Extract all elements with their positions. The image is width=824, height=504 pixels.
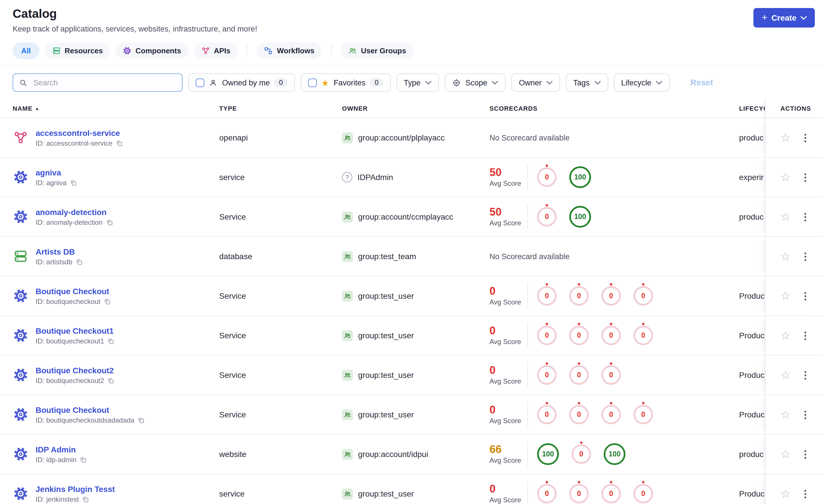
column-header-scorecards[interactable]: SCORECARDS: [490, 105, 739, 112]
entity-name-link[interactable]: Boutique Checkout: [35, 286, 111, 295]
entity-name-link[interactable]: anomaly-detection: [35, 207, 113, 217]
favorites-filter[interactable]: ★ Favorites 0: [301, 74, 391, 92]
favorite-star-icon[interactable]: ☆: [781, 171, 791, 183]
column-header-lifecycle[interactable]: LIFECYC: [739, 105, 765, 112]
kebab-menu-icon[interactable]: ⋮: [801, 410, 810, 419]
tags-dropdown[interactable]: Tags: [566, 74, 608, 92]
no-scorecard-text: No Scorecard available: [490, 133, 570, 142]
scorecard-badge[interactable]: 0: [601, 365, 621, 385]
owned-by-me-checkbox[interactable]: [196, 78, 204, 87]
scorecard-badge-value: 0: [577, 332, 581, 340]
copy-icon[interactable]: [70, 179, 77, 186]
scorecard-badge[interactable]: 0: [537, 207, 556, 227]
copy-icon[interactable]: [104, 298, 111, 305]
scorecard-badge[interactable]: 0: [633, 326, 653, 345]
scorecard-badge[interactable]: 0: [537, 484, 556, 503]
owner-dropdown[interactable]: Owner: [511, 74, 560, 92]
favorite-star-icon[interactable]: ☆: [781, 369, 791, 381]
kebab-menu-icon[interactable]: ⋮: [801, 291, 810, 301]
favorite-star-icon[interactable]: ☆: [781, 449, 791, 460]
scorecard-badge[interactable]: 100: [604, 443, 625, 465]
search-box[interactable]: [13, 74, 183, 92]
table-row: agniva ID: agniva service ? IDPAdmin 50A…: [0, 158, 824, 197]
scorecard-badge[interactable]: 0: [537, 365, 556, 385]
tab-user-groups[interactable]: User Groups: [341, 42, 414, 59]
entity-name-link[interactable]: accesscontrol-service: [35, 128, 123, 137]
tab-all[interactable]: All: [13, 42, 39, 59]
avg-score-value: 50: [490, 206, 525, 218]
tab-resources[interactable]: Resources: [44, 42, 110, 59]
favorite-star-icon[interactable]: ☆: [781, 290, 791, 301]
create-button[interactable]: + Create: [754, 8, 815, 27]
entity-name-link[interactable]: Boutique Checkout2: [35, 366, 114, 375]
entity-name-link[interactable]: Jenkins Plugin Tesst: [35, 484, 115, 493]
favorite-star-icon[interactable]: ☆: [781, 409, 791, 420]
entity-name-link[interactable]: Artists DB: [35, 247, 83, 256]
type-dropdown[interactable]: Type: [396, 74, 439, 92]
copy-icon[interactable]: [76, 258, 83, 265]
tab-workflows[interactable]: Workflows: [257, 42, 322, 59]
kebab-menu-icon[interactable]: ⋮: [801, 133, 810, 142]
scorecard-badge[interactable]: 0: [569, 326, 589, 345]
copy-icon[interactable]: [82, 496, 89, 503]
scorecard-badge[interactable]: 100: [569, 206, 591, 228]
tab-apis[interactable]: APIs: [194, 42, 238, 59]
scorecard-badge-value: 0: [641, 410, 645, 418]
scorecard-badge[interactable]: 0: [537, 286, 556, 305]
entity-name-link[interactable]: IDP Admin: [35, 445, 87, 454]
name-block: anomaly-detection ID: anomaly-detection: [35, 207, 113, 226]
kebab-menu-icon[interactable]: ⋮: [801, 172, 810, 182]
favorite-star-icon[interactable]: ☆: [781, 488, 791, 499]
scorecard-badge[interactable]: 0: [601, 326, 621, 345]
scorecard-badge[interactable]: 100: [569, 166, 591, 188]
kebab-menu-icon[interactable]: ⋮: [801, 212, 810, 222]
scorecard-badge[interactable]: 0: [601, 286, 621, 305]
copy-icon[interactable]: [108, 338, 114, 344]
scorecard-badge[interactable]: 0: [537, 405, 556, 424]
kebab-menu-icon[interactable]: ⋮: [801, 449, 810, 459]
scorecard-badge[interactable]: 0: [633, 484, 653, 503]
column-header-type[interactable]: TYPE: [219, 105, 342, 112]
favorites-checkbox[interactable]: [308, 78, 317, 87]
entity-name-link[interactable]: Boutique Checkout: [35, 405, 144, 414]
kebab-menu-icon[interactable]: ⋮: [801, 489, 810, 499]
scorecard-badge[interactable]: 0: [569, 484, 589, 503]
favorite-star-icon[interactable]: ☆: [781, 251, 791, 262]
tab-components[interactable]: Components: [115, 42, 189, 59]
scorecard-badge[interactable]: 0: [572, 445, 591, 464]
avg-score-value: 66: [490, 444, 525, 456]
kebab-menu-icon[interactable]: ⋮: [801, 370, 810, 380]
chevron-down-icon: [656, 81, 662, 85]
scorecard-badge[interactable]: 0: [601, 484, 621, 503]
favorite-star-icon[interactable]: ☆: [781, 211, 791, 223]
scope-dropdown[interactable]: Scope: [445, 74, 506, 92]
scorecard-badge[interactable]: 0: [569, 405, 589, 424]
search-input[interactable]: [32, 78, 176, 88]
copy-icon[interactable]: [116, 140, 123, 146]
entity-name-link[interactable]: Boutique Checkout1: [35, 326, 114, 335]
scorecard-badge[interactable]: 100: [537, 443, 559, 465]
scorecard-badge[interactable]: 0: [633, 405, 653, 424]
reset-button[interactable]: Reset: [690, 78, 713, 87]
copy-icon[interactable]: [80, 456, 87, 463]
copy-icon[interactable]: [108, 377, 114, 384]
entity-name-link[interactable]: agniva: [35, 168, 77, 177]
kebab-menu-icon[interactable]: ⋮: [801, 251, 810, 261]
copy-icon[interactable]: [138, 416, 144, 423]
lifecycle-dropdown[interactable]: Lifecycle: [614, 74, 670, 92]
scorecard-badge[interactable]: 0: [569, 286, 589, 305]
column-header-name[interactable]: NAME ▲: [0, 105, 219, 112]
scorecard-badge[interactable]: 0: [569, 365, 589, 385]
favorite-star-icon[interactable]: ☆: [781, 330, 791, 341]
scorecard-badge[interactable]: 0: [601, 405, 621, 424]
owned-by-me-filter[interactable]: Owned by me 0: [188, 74, 295, 92]
column-header-owner[interactable]: OWNER: [342, 105, 490, 112]
favorite-star-icon[interactable]: ☆: [781, 132, 791, 143]
copy-icon[interactable]: [106, 219, 113, 226]
scorecard-badge[interactable]: 0: [633, 286, 653, 305]
kebab-menu-icon[interactable]: ⋮: [801, 331, 810, 340]
entity-id-text: ID: boutiquecheckout1: [35, 337, 104, 345]
scorecard-badge[interactable]: 0: [537, 326, 556, 345]
catalog-page: Catalog Keep track of applications, serv…: [0, 0, 824, 504]
scorecard-badge[interactable]: 0: [537, 167, 556, 187]
